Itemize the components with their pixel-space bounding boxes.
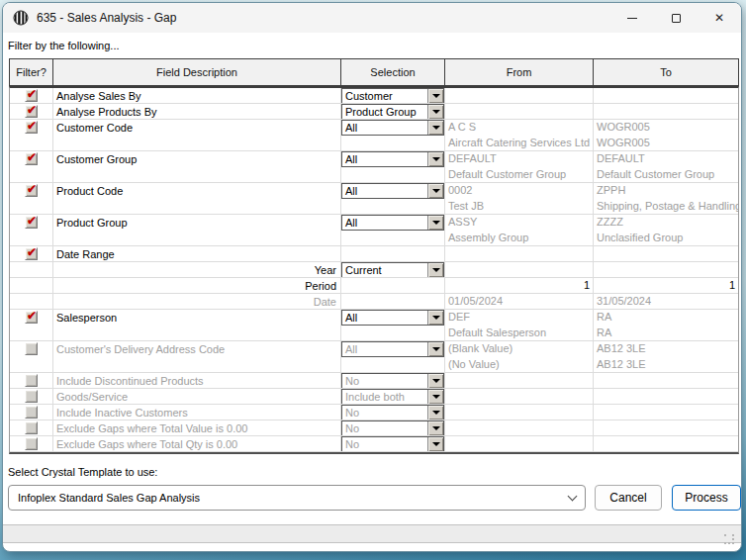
minimize-button[interactable] bbox=[610, 3, 654, 33]
selection-dropdown[interactable]: All bbox=[341, 310, 444, 326]
selection-dropdown[interactable]: No bbox=[341, 436, 444, 451]
dropdown-arrow-icon[interactable] bbox=[427, 216, 443, 230]
to-value: AB12 3LE bbox=[594, 357, 738, 372]
dropdown-arrow-icon[interactable] bbox=[427, 390, 443, 404]
dropdown-arrow-icon[interactable] bbox=[427, 406, 443, 420]
column-header: To bbox=[594, 59, 738, 85]
dropdown-arrow-icon[interactable] bbox=[427, 184, 443, 198]
process-button[interactable]: Process bbox=[672, 485, 741, 511]
filter-checkbox[interactable] bbox=[25, 247, 38, 260]
column-header: From bbox=[445, 59, 594, 85]
filter-checkbox[interactable] bbox=[25, 421, 38, 434]
from-value: Aircraft Catering Services Ltd bbox=[445, 136, 593, 150]
to-value: WOGR005 bbox=[594, 120, 738, 136]
filter-checkbox[interactable] bbox=[25, 152, 38, 165]
filter-checkbox[interactable] bbox=[25, 121, 38, 134]
table-row: Date Range bbox=[10, 246, 738, 262]
selection-dropdown[interactable]: No bbox=[341, 420, 444, 435]
dropdown-arrow-icon[interactable] bbox=[427, 152, 443, 166]
filter-checkbox[interactable] bbox=[25, 437, 38, 450]
field-description: Product Group bbox=[53, 215, 340, 230]
selection-dropdown[interactable]: All bbox=[341, 183, 444, 199]
dropdown-arrow-icon[interactable] bbox=[427, 105, 443, 119]
field-description: Period bbox=[53, 278, 340, 293]
window-title: 635 - Sales Analysis - Gap bbox=[37, 11, 176, 25]
field-description: Date bbox=[53, 294, 340, 309]
to-value: Unclasified Group bbox=[594, 231, 738, 245]
filter-checkbox[interactable] bbox=[25, 374, 38, 387]
filter-grid: Filter?Field DescriptionSelectionFromToA… bbox=[9, 58, 739, 454]
dropdown-arrow-icon[interactable] bbox=[427, 421, 443, 435]
field-description: Exclude Gaps where Total Value is 0.00 bbox=[53, 420, 340, 435]
filter-checkbox[interactable] bbox=[25, 406, 38, 419]
close-button[interactable]: ✕ bbox=[698, 3, 741, 33]
field-description: Customer's Delivery Address Code bbox=[53, 341, 340, 356]
dropdown-arrow-icon[interactable] bbox=[427, 263, 443, 277]
dropdown-arrow-icon[interactable] bbox=[427, 89, 443, 103]
field-description: Year bbox=[53, 262, 340, 277]
selection-dropdown[interactable]: Include both bbox=[341, 389, 444, 404]
selection-value: No bbox=[342, 374, 427, 388]
from-value: Assembly Group bbox=[445, 231, 593, 245]
filter-prompt: Filter by the following... bbox=[8, 40, 120, 51]
table-row: Customer's Delivery Address CodeAll(Blan… bbox=[10, 341, 738, 373]
dropdown-arrow-icon[interactable] bbox=[427, 374, 443, 388]
chevron-down-icon bbox=[568, 491, 578, 501]
filter-checkbox[interactable] bbox=[25, 105, 38, 118]
to-value: AB12 3LE bbox=[594, 341, 738, 357]
from-value: Default Salesperson bbox=[445, 326, 593, 340]
resize-grip[interactable] bbox=[724, 534, 736, 546]
minimize-icon bbox=[627, 18, 637, 19]
table-row: YearCurrent bbox=[10, 262, 738, 278]
dropdown-arrow-icon[interactable] bbox=[427, 311, 443, 325]
dropdown-arrow-icon[interactable] bbox=[427, 121, 443, 135]
from-value: (Blank Value) bbox=[445, 341, 593, 357]
selection-dropdown[interactable]: Customer bbox=[341, 88, 444, 103]
to-value: RA bbox=[594, 326, 738, 340]
dropdown-arrow-icon[interactable] bbox=[427, 342, 443, 356]
table-row: Customer CodeAllA C SAircraft Catering S… bbox=[10, 120, 738, 151]
dropdown-arrow-icon[interactable] bbox=[427, 437, 443, 451]
filter-checkbox[interactable] bbox=[25, 311, 38, 324]
field-description: Exclude Gaps where Total Qty is 0.00 bbox=[53, 436, 340, 451]
table-row: Customer GroupAllDEFAULTDefault Customer… bbox=[10, 151, 738, 183]
from-value: A C S bbox=[445, 120, 593, 136]
maximize-button[interactable] bbox=[654, 3, 698, 33]
grid-header: Filter?Field DescriptionSelectionFromTo bbox=[9, 58, 739, 86]
selection-dropdown[interactable]: No bbox=[341, 405, 444, 420]
selection-dropdown[interactable]: No bbox=[341, 373, 444, 388]
from-value: 1 bbox=[445, 278, 593, 293]
template-combobox-value: Infoplex Standard Sales Gap Analysis bbox=[18, 492, 200, 504]
selection-value: No bbox=[342, 421, 427, 435]
template-combobox[interactable]: Infoplex Standard Sales Gap Analysis bbox=[8, 485, 586, 511]
selection-dropdown[interactable]: Current bbox=[341, 262, 444, 277]
table-row: Analyse Products ByProduct Group bbox=[10, 104, 738, 120]
table-row: Exclude Gaps where Total Qty is 0.00No bbox=[10, 436, 738, 452]
dialog-window: 635 - Sales Analysis - Gap ✕ Filter by t… bbox=[2, 2, 742, 552]
filter-checkbox[interactable] bbox=[25, 184, 38, 197]
to-value: RA bbox=[594, 310, 738, 326]
selection-value: Customer bbox=[342, 89, 427, 103]
to-value: ZZZZ bbox=[594, 215, 738, 231]
to-value: WOGR005 bbox=[594, 136, 738, 150]
filter-checkbox[interactable] bbox=[25, 216, 38, 229]
field-description: Customer Group bbox=[53, 151, 340, 166]
table-row: Include Inactive CustomersNo bbox=[10, 405, 738, 420]
selection-dropdown[interactable]: All bbox=[341, 120, 444, 136]
selection-value: Product Group bbox=[342, 105, 427, 119]
filter-checkbox[interactable] bbox=[25, 342, 38, 355]
selection-dropdown[interactable]: Product Group bbox=[341, 104, 444, 119]
to-value: Default Customer Group bbox=[594, 167, 738, 182]
to-value: ZPPH bbox=[594, 183, 738, 199]
filter-checkbox[interactable] bbox=[25, 390, 38, 403]
field-description: Date Range bbox=[53, 246, 340, 261]
cancel-button[interactable]: Cancel bbox=[595, 485, 662, 511]
filter-checkbox[interactable] bbox=[25, 89, 38, 102]
selection-dropdown[interactable]: All bbox=[341, 151, 444, 167]
striped-globe-icon bbox=[13, 10, 29, 26]
selection-dropdown[interactable]: All bbox=[341, 341, 444, 357]
table-row: Product CodeAll0002Test JBZPPHShipping, … bbox=[10, 183, 738, 215]
selection-dropdown[interactable]: All bbox=[341, 215, 444, 231]
selection-value: Current bbox=[342, 263, 427, 277]
selection-value: No bbox=[342, 437, 427, 451]
